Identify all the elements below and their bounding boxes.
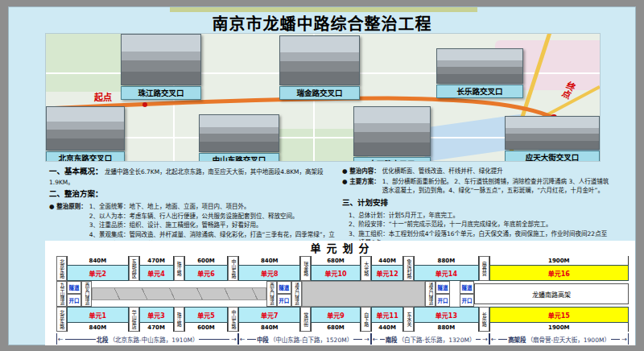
unit-box-bottom: 单元5	[184, 307, 229, 323]
distance-label-top: 840M	[238, 256, 300, 265]
street-cell-bottom: 东水关	[403, 307, 414, 332]
distance-label-bottom: 1900M	[489, 323, 629, 332]
street-label: 大光路	[363, 262, 368, 276]
street-label: 常府街	[303, 312, 308, 327]
street-label: 北京东路	[59, 259, 64, 279]
intersection-photo-card: 白下路交叉口	[353, 106, 431, 162]
right-arrow-icon: →	[481, 336, 489, 343]
intersection-photo-label: 瑞金路交叉口	[279, 86, 360, 100]
arrow-line	[476, 339, 481, 340]
tunnel-body	[302, 281, 425, 307]
right-arrow-icon: →	[363, 336, 370, 343]
content-text: 优化横断面、管线改造、杆线并杆、绿化提升	[382, 167, 503, 176]
arrow-line	[199, 339, 229, 340]
distance-label-bottom: 600M	[184, 323, 229, 332]
scheme-text: 1、部分横断面重新分配。 2、车行道铣刨摊铺，消除检查井沉降通病 3、人行道铺筑…	[382, 177, 609, 196]
section-name: 高架段	[508, 335, 526, 344]
content-and-schedule-text: ● 整治内容： 优化横断面、管线改造、杆线并杆、绿化提升 ● 主要方案： 1、部…	[342, 166, 609, 248]
overview-and-plan-text: 一、基本概况： 龙蟠中路全长6.7KM，北起北京东路，南至应天大街，其中地面段4…	[49, 166, 337, 249]
section-name: 南段	[386, 335, 398, 344]
intersection-photo-label: 珠江路交叉口	[121, 86, 201, 100]
intersection-photo-label: 长乐路交叉口	[436, 85, 523, 98]
tunnel-opening-top: 隧道	[67, 281, 81, 294]
section-detail: （中山东路-白下路，1520M）	[270, 335, 353, 344]
principle-item: 2、以人为本：考虑车辆、行人出行便捷，公共服务设施配套到位、释放空间。	[89, 212, 337, 221]
tunnel-label-cell: 通济门隧道	[291, 281, 302, 307]
arrow-line	[498, 339, 507, 340]
section-name: 中段	[257, 335, 269, 344]
tunnel-label: 西安门隧道	[85, 283, 89, 305]
unit-box-top: 单元6	[184, 265, 229, 281]
street-label: 东部战区	[131, 259, 136, 279]
distance-label-top: 1900M	[489, 256, 629, 265]
distance-label-bottom: 880M	[414, 323, 478, 332]
intersection-photo	[46, 106, 125, 151]
intersection-photo-label: 北京东路交叉口	[46, 151, 125, 162]
road-band: 九华山隧道隧道开口西安门隧道西安门隧道隧道开口通济门隧道通济门隧道隧道开口隧道开…	[56, 281, 629, 307]
street-label: 中山东路	[231, 259, 236, 279]
street-cell-top: 瑞金路	[300, 256, 311, 281]
section-arrow: ←北段（北京东路-中山东路，1910M）→	[56, 333, 238, 345]
elevated-road-box: 龙蟠南路高架	[474, 283, 629, 304]
distance-label-top: 600M	[184, 256, 229, 265]
scheme-label: ● 主要方案：	[342, 177, 380, 187]
section-arrow: ←中段（中山东路-白下路，1520M）→	[238, 333, 371, 345]
intersection-photo	[199, 114, 279, 152]
distance-label-bottom: 840M	[238, 323, 300, 332]
intersection-photo-card: 珠江路交叉口	[121, 34, 201, 100]
tunnel-label: 九华山隧道	[60, 283, 64, 305]
unit-box-top: 单元4	[139, 265, 174, 281]
content-label: ● 整治内容：	[342, 167, 380, 176]
unit-division-panel: 单元划分 北京东路北京东路840M单元2单元1840M东部战区华山饭店470M单…	[45, 241, 635, 345]
distance-label-top: 880M	[414, 256, 478, 265]
street-cell-top: 大光路	[361, 256, 371, 281]
street-cell-bottom: 白下路	[361, 307, 371, 332]
street-label: 白下路	[363, 312, 368, 327]
section-arrows: ←北段（北京东路-中山东路，1910M）→←中段（中山东路-白下路，1520M）…	[56, 333, 629, 345]
left-arrow-icon: ←	[372, 336, 379, 343]
principles-label: ● 整治原则：	[49, 202, 87, 212]
unit-grid: 北京东路北京东路840M单元2单元1840M东部战区华山饭店470M单元4单元3…	[56, 256, 629, 332]
intersection-photo	[279, 35, 360, 85]
distance-label-bottom: 840M	[67, 323, 129, 332]
intersection-photo	[353, 106, 431, 156]
plan-heading: 二、整治方案：	[49, 188, 337, 200]
map-panel: 起点 终点 珠江路交叉口瑞金路交叉口长乐路交叉口北京东路交叉口中山东路交叉口白下…	[45, 33, 601, 162]
unit-box-bottom: 单元7	[238, 307, 300, 323]
tunnel-opening-top: 隧道	[277, 281, 291, 294]
left-arrow-icon: ←	[57, 336, 64, 343]
unit-box-bottom: 单元9	[311, 307, 361, 323]
tunnel-opening-bottom: 开口	[277, 294, 291, 307]
intersection-photo-card: 中山东路交叉口	[199, 114, 279, 162]
slide: 南京市龙蟠中路综合整治工程 起点 终点 珠江路交叉口瑞金路交叉口长乐路交叉口北京…	[8, 6, 636, 345]
intersection-photo	[505, 116, 600, 150]
tunnel-opening-bottom: 开口	[460, 294, 474, 307]
street-cell-top: 中山东路	[228, 256, 238, 281]
tunnel-opening-top: 隧道	[460, 281, 474, 294]
street-label: 珠江路	[176, 312, 181, 327]
intersection-photo	[121, 34, 201, 85]
section-arrow: ←南段（白下路-长乐路，1320M）→	[371, 333, 489, 345]
arrow-line	[353, 339, 362, 340]
street-cell-top: 扇骨营	[479, 256, 489, 281]
section-detail: （北京东路-中山东路，1910M）	[109, 335, 199, 344]
intersection-photo-label: 应天大街交叉口	[505, 151, 600, 162]
street-label: 中山东路	[231, 310, 236, 329]
distance-label-bottom: 440M	[371, 323, 403, 332]
arrow-line	[247, 339, 256, 340]
intersection-photo-label: 中山东路交叉口	[199, 153, 279, 162]
tunnel-label-cell: 西安门隧道	[81, 281, 92, 307]
intersection-photo-card: 瑞金路交叉口	[279, 35, 360, 100]
tunnel-label-cell: 西安门隧道	[266, 281, 277, 307]
unit-box-top: 单元10	[311, 265, 361, 281]
right-arrow-icon: →	[621, 336, 628, 343]
unit-box-top: 单元2	[67, 265, 129, 281]
tunnel-opening-top: 隧道	[436, 281, 450, 294]
intersection-photo-card: 长乐路交叉口	[436, 48, 523, 98]
schedule-item: 2、阶段安排：“十一”前完成示范段，十一月底完成绿化，年底前全部完工。	[349, 220, 609, 229]
left-arrow-icon: ←	[239, 336, 246, 343]
schedule-heading: 三、计划安排	[342, 197, 609, 209]
unit-box-top: 单元8	[238, 265, 300, 281]
tunnel-label: 西安门隧道	[269, 283, 274, 305]
unit-box-bottom: 单元11	[371, 307, 403, 323]
